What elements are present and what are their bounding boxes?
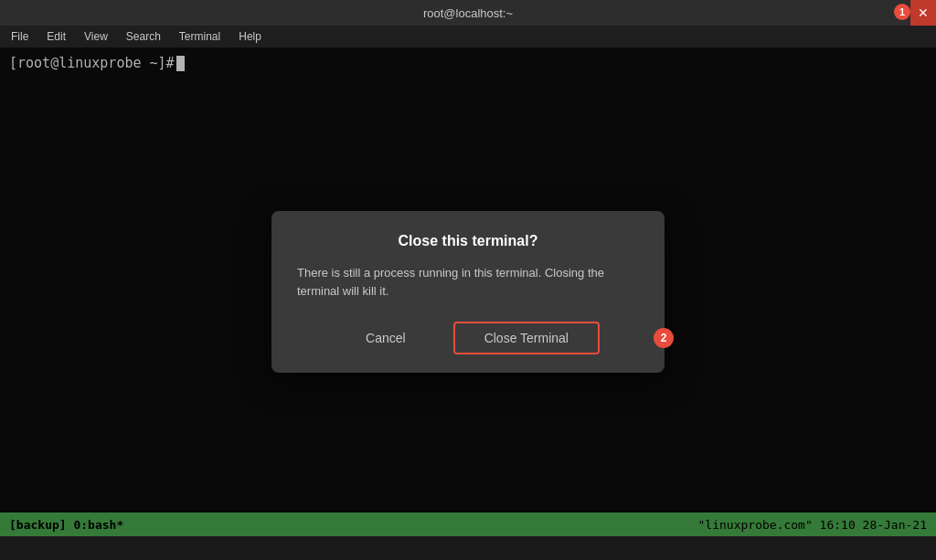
dialog-title: Close this terminal? <box>297 233 639 249</box>
menu-bar: File Edit View Search Terminal Help <box>0 26 936 48</box>
menu-terminal[interactable]: Terminal <box>172 28 228 45</box>
badge-2: 2 <box>654 328 674 348</box>
cancel-button[interactable]: Cancel <box>336 323 435 353</box>
title-bar: root@localhost:~ 1 ✕ <box>0 0 936 26</box>
menu-file[interactable]: File <box>4 28 36 45</box>
window-controls: ✕ <box>910 0 936 26</box>
menu-search[interactable]: Search <box>119 28 168 45</box>
close-window-button[interactable]: ✕ <box>910 0 936 26</box>
window-title: root@localhost:~ <box>423 6 513 20</box>
close-terminal-dialog: Close this terminal? There is still a pr… <box>271 211 665 373</box>
menu-edit[interactable]: Edit <box>39 28 73 45</box>
dialog-buttons: Cancel Close Terminal 2 <box>297 322 639 354</box>
terminal-area[interactable]: [root@linuxprobe ~]# Close this terminal… <box>0 48 936 536</box>
dialog-message: There is still a process running in this… <box>297 264 639 300</box>
badge-1: 1 <box>894 4 910 20</box>
menu-help[interactable]: Help <box>231 28 269 45</box>
close-terminal-button[interactable]: Close Terminal <box>453 322 600 354</box>
menu-view[interactable]: View <box>77 28 115 45</box>
dialog-overlay: Close this terminal? There is still a pr… <box>0 48 936 536</box>
